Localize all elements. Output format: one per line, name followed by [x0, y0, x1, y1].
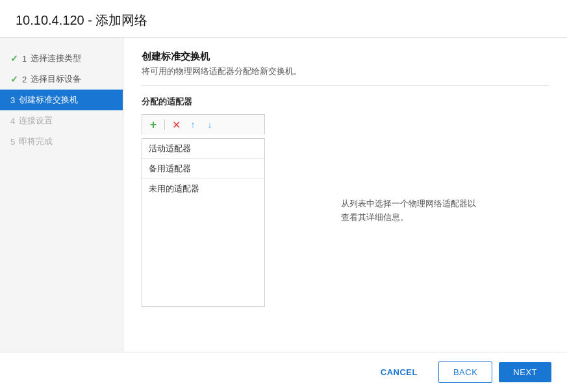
adapter-left: + ✕ ↑ ↓ 活动适配器 备用适配器 未 — [142, 114, 265, 307]
sidebar-item-step5: 5 即将完成 — [0, 131, 123, 152]
main-content: 创建标准交换机 将可用的物理网络适配器分配给新交换机。 分配的适配器 + ✕ ↑… — [123, 38, 567, 352]
step1-number: 1 — [22, 54, 27, 64]
dialog: 10.10.4.120 - 添加网络 ✓ 1 选择连接类型 ✓ 2 选择目标设备… — [0, 0, 567, 392]
cancel-button[interactable]: CANCEL — [366, 362, 432, 382]
sidebar-item-step1[interactable]: ✓ 1 选择连接类型 — [0, 48, 123, 69]
list-item-label: 备用适配器 — [149, 164, 191, 173]
list-item[interactable]: 备用适配器 — [142, 159, 264, 179]
list-item-label: 未用的适配器 — [149, 184, 199, 193]
step3-number: 3 — [10, 95, 15, 105]
adapter-right-text: 从列表中选择一个物理网络适配器以查看其详细信息。 — [341, 197, 484, 225]
step2-label: 选择目标设备 — [31, 73, 81, 85]
list-item[interactable]: 未用的适配器 — [142, 179, 264, 199]
step1-label: 选择连接类型 — [31, 53, 81, 64]
adapter-list[interactable]: 活动适配器 备用适配器 未用的适配器 — [142, 138, 265, 307]
section-title: 创建标准交换机 — [142, 51, 549, 63]
step5-number: 5 — [10, 137, 15, 147]
sidebar-item-step2[interactable]: ✓ 2 选择目标设备 — [0, 69, 123, 90]
move-up-button[interactable]: ↑ — [186, 117, 200, 132]
step4-number: 4 — [10, 116, 15, 126]
step3-label: 创建标准交换机 — [19, 94, 78, 106]
adapter-right: 从列表中选择一个物理网络适配器以查看其详细信息。 — [275, 114, 549, 307]
sidebar-item-step3[interactable]: 3 创建标准交换机 — [0, 90, 123, 110]
back-button[interactable]: BACK — [438, 361, 492, 383]
toolbar-divider — [164, 119, 165, 130]
step2-number: 2 — [22, 75, 27, 84]
add-adapter-button[interactable]: + — [146, 117, 160, 132]
dialog-body: ✓ 1 选择连接类型 ✓ 2 选择目标设备 3 创建标准交换机 4 连接设置 5… — [0, 38, 567, 352]
sidebar: ✓ 1 选择连接类型 ✓ 2 选择目标设备 3 创建标准交换机 4 连接设置 5… — [0, 38, 123, 352]
section-desc: 将可用的物理网络适配器分配给新交换机。 — [142, 66, 549, 86]
check-icon-1: ✓ — [10, 53, 18, 64]
dialog-title: 10.10.4.120 - 添加网络 — [16, 12, 551, 29]
sidebar-item-step4: 4 连接设置 — [0, 110, 123, 131]
adapter-toolbar: + ✕ ↑ ↓ — [142, 114, 265, 134]
remove-adapter-button[interactable]: ✕ — [169, 117, 183, 132]
list-item[interactable]: 活动适配器 — [142, 139, 264, 159]
sub-section-title: 分配的适配器 — [142, 96, 549, 108]
check-icon-2: ✓ — [10, 74, 18, 84]
next-button[interactable]: NEXT — [499, 362, 551, 382]
list-item-label: 活动适配器 — [149, 143, 191, 153]
step5-label: 即将完成 — [19, 136, 53, 147]
move-down-button[interactable]: ↓ — [203, 117, 217, 132]
step4-label: 连接设置 — [19, 115, 53, 127]
adapter-panel: + ✕ ↑ ↓ 活动适配器 备用适配器 未 — [142, 114, 549, 307]
dialog-header: 10.10.4.120 - 添加网络 — [0, 0, 567, 38]
dialog-footer: CANCEL BACK NEXT — [0, 352, 567, 392]
